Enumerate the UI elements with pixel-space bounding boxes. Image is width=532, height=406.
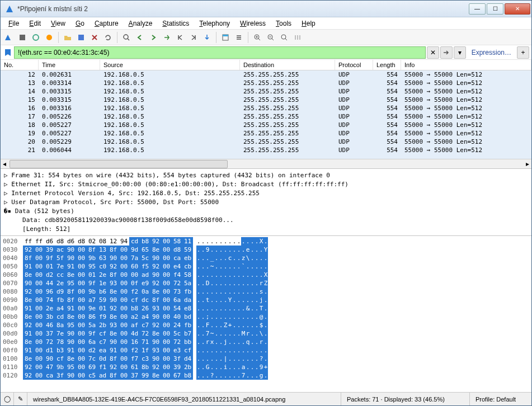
clear-filter-button[interactable]: ✕ [427, 46, 439, 59]
open-icon[interactable] [62, 31, 74, 44]
hex-row[interactable]: 00509100017e910095c0920060f59200e4cb...~… [3, 262, 529, 271]
packet-row[interactable]: 170.005226192.168.0.5255.255.255.255UDP5… [1, 112, 531, 121]
col-time[interactable]: Time [39, 60, 100, 70]
col-length[interactable]: Length [373, 60, 401, 70]
packet-row[interactable]: 140.003315192.168.0.5255.255.255.255UDP5… [1, 87, 531, 96]
col-protocol[interactable]: Protocol [335, 60, 373, 70]
packet-row[interactable]: 130.003314192.168.0.5255.255.255.255UDP5… [1, 79, 531, 87]
menu-wireless[interactable]: Wireless [236, 18, 270, 29]
display-filter-input[interactable] [14, 46, 426, 59]
last-icon[interactable] [187, 31, 200, 44]
hex-row[interactable]: 00c09200468a95005a2b9300afc7920024fb..F.… [3, 321, 529, 329]
detail-line[interactable]: Data: cdb892005811920039ac90008f138f009d… [4, 216, 528, 225]
status-profile[interactable]: Profile: Default [470, 393, 531, 405]
stop-icon[interactable] [16, 31, 29, 44]
toolbar-separator [58, 32, 59, 43]
menu-tools[interactable]: Tools [271, 18, 296, 29]
col-no[interactable]: No. [1, 60, 39, 70]
hex-row[interactable]: 00408f009f5f90009b6390007a5c9000caeb..._… [3, 254, 529, 262]
hscroll-thumb[interactable] [10, 160, 228, 168]
svg-point-1 [33, 35, 39, 40]
list-icon[interactable] [233, 31, 245, 44]
status-packets: Packets: 71 · Displayed: 33 (46.5%) [341, 393, 470, 405]
find-icon[interactable] [120, 31, 133, 44]
status-expert-icon[interactable]: ✎ [14, 393, 27, 405]
menu-file[interactable]: File [4, 18, 23, 29]
hex-row[interactable]: 00d09100377e90009fcf8e004d728e005cb7..7~… [3, 329, 529, 338]
bookmark-icon[interactable] [3, 48, 13, 58]
colorize-icon[interactable] [219, 31, 232, 44]
hex-row[interactable]: 01209200ca3f9000c5ad8f0037998e0067b8...?… [3, 371, 529, 380]
packet-row[interactable]: 150.003315192.168.0.5255.255.255.255UDP5… [1, 96, 531, 104]
close-button[interactable]: ✕ [505, 3, 530, 15]
packet-row[interactable]: 180.005227192.168.0.5255.255.255.255UDP5… [1, 121, 531, 129]
hex-row[interactable]: 00f09100d1b39100d2ea9100f21f9300e3cf....… [3, 346, 529, 355]
menu-analyze[interactable]: Analyze [124, 18, 157, 29]
first-icon[interactable] [174, 31, 186, 44]
app-window: *Připojení k místní síti 2 — ☐ ✕ FileEdi… [0, 0, 532, 406]
packet-row[interactable]: 200.005229192.168.0.5255.255.255.255UDP5… [1, 138, 531, 146]
recent-filter-button[interactable]: ▾ [454, 46, 466, 59]
hex-row[interactable]: 0080920096d98f009bb68e00f20a8e0073fb....… [3, 287, 529, 296]
hex-dump-pane[interactable]: 0020ffffd6d8d6d802081294cdb892005811....… [1, 236, 531, 392]
zoom-reset-icon[interactable] [278, 31, 290, 44]
hex-row[interactable]: 00b08e003bcd8e0086f98e00a2a4900040bd..;.… [3, 313, 529, 321]
packet-row[interactable]: 160.003316192.168.0.5255.255.255.255UDP5… [1, 104, 531, 112]
hex-row[interactable]: 0020ffffd6d8d6d802081294cdb892005811....… [3, 237, 529, 246]
zoom-out-icon[interactable] [265, 31, 277, 44]
close-file-icon[interactable] [88, 31, 101, 44]
svg-rect-6 [223, 35, 228, 36]
restart-icon[interactable] [30, 31, 42, 44]
hex-row[interactable]: 01008e0090cf8e007c0d8f00f7c390003fd4....… [3, 355, 529, 363]
prev-icon[interactable] [134, 31, 146, 44]
detail-line[interactable]: ▷ Frame 31: 554 bytes on wire (4432 bits… [4, 171, 528, 180]
detail-line[interactable]: ▷ Internet Protocol Version 4, Src: 192.… [4, 189, 528, 198]
col-destination[interactable]: Destination [240, 60, 335, 70]
zoom-in-icon[interactable] [251, 31, 263, 44]
menu-statistics[interactable]: Statistics [158, 18, 194, 29]
status-bullet-icon[interactable]: ◯ [1, 393, 14, 405]
shark-icon[interactable] [3, 31, 15, 44]
menu-bar: FileEditViewGoCaptureAnalyzeStatisticsTe… [1, 17, 531, 30]
menu-view[interactable]: View [46, 18, 70, 29]
menu-telephony[interactable]: Telephony [195, 18, 234, 29]
svg-point-4 [124, 35, 128, 39]
packet-row[interactable]: 190.005227192.168.0.5255.255.255.255UDP5… [1, 129, 531, 138]
add-filter-button[interactable]: + [517, 46, 529, 59]
hex-row[interactable]: 00709000442e95009f1e93000fe99200725a..D.… [3, 279, 529, 287]
col-info[interactable]: Info [401, 60, 531, 70]
hex-row[interactable]: 0030920039ac90008f138f009d658e00d859..9.… [3, 246, 529, 254]
packet-details-pane[interactable]: ▷ Frame 31: 554 bytes on wire (4432 bits… [1, 169, 531, 236]
packet-list[interactable]: 120.002631192.168.0.5255.255.255.255UDP5… [1, 70, 531, 159]
window-title: *Připojení k místní síti 2 [17, 5, 468, 13]
save-icon[interactable] [75, 31, 87, 44]
minimize-button[interactable]: — [469, 3, 486, 15]
next-icon[interactable] [147, 31, 159, 44]
detail-line[interactable]: ▷ User Datagram Protocol, Src Port: 5500… [4, 198, 528, 207]
menu-help[interactable]: Help [297, 18, 320, 29]
options-icon[interactable] [43, 31, 55, 44]
hex-row[interactable]: 00608e00d2cc8e00012e8f0000ad9000f458....… [3, 271, 529, 279]
detail-line[interactable]: [Length: 512] [4, 225, 528, 234]
hex-row[interactable]: 01109200479b950069f19200618b9200392b..G.… [3, 363, 529, 371]
reload-icon[interactable] [102, 31, 114, 44]
packet-list-hscroll[interactable]: ◂ ▸ [1, 159, 531, 168]
window-buttons: — ☐ ✕ [468, 3, 530, 15]
packet-row[interactable]: 120.002631192.168.0.5255.255.255.255UDP5… [1, 70, 531, 79]
apply-filter-button[interactable] [440, 46, 453, 59]
autoscroll-icon[interactable] [201, 31, 213, 44]
resize-cols-icon[interactable] [291, 31, 304, 44]
menu-edit[interactable]: Edit [25, 18, 45, 29]
detail-line[interactable]: ▷ Ethernet II, Src: Stmicroe_00:00:00 (0… [4, 180, 528, 189]
hex-row[interactable]: 00a091002ea491009e019200b826930054e8....… [3, 304, 529, 313]
col-source[interactable]: Source [100, 60, 240, 70]
hex-row[interactable]: 00e08e00727890006ac790001671900072bb..rx… [3, 338, 529, 346]
jump-icon[interactable] [161, 31, 173, 44]
menu-go[interactable]: Go [71, 18, 89, 29]
hex-row[interactable]: 00908e0074fb8f00a7599000cfdc8f006ada..t.… [3, 296, 529, 304]
packet-row[interactable]: 210.006044192.168.0.5255.255.255.255UDP5… [1, 146, 531, 154]
expression-button[interactable]: Expression… [467, 49, 516, 56]
maximize-button[interactable]: ☐ [487, 3, 503, 15]
detail-line[interactable]: �▪ Data (512 bytes) [4, 207, 528, 216]
menu-capture[interactable]: Capture [90, 18, 123, 29]
